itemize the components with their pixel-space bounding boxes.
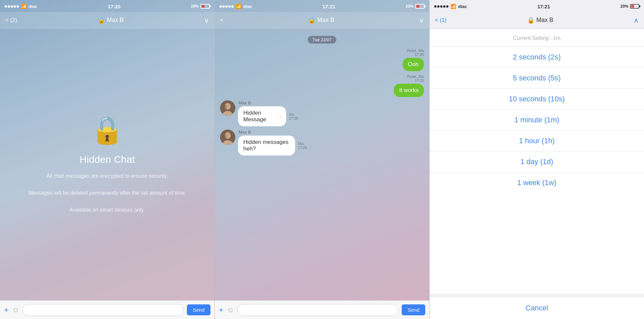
send-button-2[interactable]: Send <box>402 304 425 315</box>
battery-icon-2 <box>415 4 425 9</box>
wifi-icon-3: 📶 <box>450 4 456 9</box>
status-right-2: 20% <box>406 4 425 9</box>
time-label-3: 17:21 <box>537 4 550 9</box>
option-item-last[interactable]: 1 week (1w) <box>430 172 644 193</box>
lock-icon-nav-2: 🔒 <box>308 17 315 24</box>
nav-action-2[interactable]: ∨ <box>419 16 424 24</box>
message-row: Max B Hidden messages heh? 55s17:20 <box>220 130 424 156</box>
wifi-icon-1: 📶 <box>21 4 27 9</box>
status-left-2: 📶 dtac <box>219 4 252 9</box>
hidden-chat-desc: All chat messages are encrypted to ensur… <box>29 172 186 214</box>
option-item[interactable]: 5 seconds (5s) <box>430 68 644 89</box>
hidden-chat-content: 🔒 Hidden Chat All chat messages are encr… <box>0 29 214 300</box>
status-bar-1: 📶 dtac 17:20 20% <box>0 0 214 12</box>
message-bubble: Hidden messages heh? <box>238 136 295 156</box>
signal-icon-2 <box>219 5 234 8</box>
msg-meta: 55s17:20 <box>298 142 307 150</box>
battery-icon-1 <box>201 4 210 9</box>
cancel-section: Cancel <box>430 297 644 319</box>
panel-3: 📶 dtac 17:21 20% < (1) 🔒 Max B ∧ Current… <box>430 0 644 319</box>
nav-bar-3: < (1) 🔒 Max B ∧ <box>430 12 644 29</box>
battery-icon-3 <box>630 4 639 9</box>
incoming-content: Max B Hidden Message › 1m17:20 <box>238 100 307 126</box>
panel-2: 📶 dtac 17:21 20% < 🔒 Max B ∨ Tue 22/07 R… <box>215 0 429 319</box>
cancel-button[interactable]: Cancel <box>430 297 644 319</box>
nav-back-3[interactable]: < (1) <box>435 17 446 24</box>
send-button-1[interactable]: Send <box>187 304 210 315</box>
svg-point-3 <box>224 105 227 109</box>
option-item[interactable]: 1 day (1d) <box>430 152 644 172</box>
message-row: Read, 19s17:20 Ooh <box>220 49 424 71</box>
signal-icon-1 <box>5 5 19 8</box>
message-row: Read, 20s17:20 It works <box>220 74 424 97</box>
message-input-1[interactable] <box>23 304 183 316</box>
incoming-content: Max B Hidden messages heh? 55s17:20 <box>238 130 320 156</box>
lock-icon-nav-3: 🔒 <box>527 17 534 24</box>
back-label-1: < (2) <box>5 17 17 24</box>
bottom-bar-1: + ☺ Send <box>0 300 214 319</box>
carrier-label-3: dtac <box>458 4 467 9</box>
sender-name: Max B <box>238 100 307 105</box>
status-left-3: 📶 dtac <box>434 4 467 9</box>
signal-icon-3 <box>434 5 448 8</box>
hidden-chat-title: Hidden Chat <box>80 154 135 165</box>
message-input-2[interactable] <box>237 304 398 316</box>
nav-title-1: 🔒 Max B <box>98 17 124 24</box>
status-right-1: 20% <box>191 4 210 9</box>
plus-button-2[interactable]: + <box>219 305 223 315</box>
chevron-right-icon: › <box>280 114 281 119</box>
emoji-button-2[interactable]: ☺ <box>227 306 234 314</box>
option-item[interactable]: 1 hour (1h) <box>430 131 644 152</box>
message-bubble[interactable]: Hidden Message › <box>238 106 286 126</box>
battery-pct-2: 20% <box>406 4 414 9</box>
carrier-label-2: dtac <box>243 4 252 9</box>
settings-panel: Current Setting : 1m 2 seconds (2s) 5 se… <box>430 29 644 319</box>
time-label-1: 17:20 <box>108 4 121 9</box>
status-bar-3: 📶 dtac 17:21 20% <box>430 0 644 12</box>
chat-area: Tue 22/07 Read, 19s17:20 Ooh Read, 20s17… <box>215 29 429 300</box>
options-list: 2 seconds (2s) 5 seconds (5s) 10 seconds… <box>430 47 644 294</box>
current-setting-label: Current Setting : 1m <box>430 29 644 47</box>
carrier-label-1: dtac <box>29 4 38 9</box>
msg-meta: 1m17:20 <box>289 112 298 120</box>
back-label-2: < <box>220 17 223 24</box>
bottom-bar-2: + ☺ Send <box>215 300 429 319</box>
status-left-1: 📶 dtac <box>5 4 38 9</box>
back-label-3: < (1) <box>435 17 446 24</box>
status-right-3: 20% <box>620 4 639 9</box>
date-divider: Tue 22/07 <box>220 37 424 43</box>
msg-meta: Read, 20s17:20 <box>407 74 424 82</box>
nav-back-2[interactable]: < <box>220 17 223 24</box>
nav-bar-1: < (2) 🔒 Max B ∨ <box>0 12 214 29</box>
message-bubble: It works <box>394 84 424 97</box>
message-bubble: Ooh <box>403 58 424 71</box>
plus-button-1[interactable]: + <box>4 305 9 315</box>
wifi-icon-2: 📶 <box>236 4 241 9</box>
option-item[interactable]: 2 seconds (2s) <box>430 47 644 68</box>
nav-bar-2: < 🔒 Max B ∨ <box>215 12 429 29</box>
time-label-2: 17:21 <box>323 4 335 9</box>
status-bar-2: 📶 dtac 17:21 20% <box>215 0 429 12</box>
nav-title-2: 🔒 Max B <box>308 17 334 24</box>
panel-1: 📶 dtac 17:20 20% < (2) 🔒 Max B ∨ 🔒 Hidde… <box>0 0 214 319</box>
nav-back-1[interactable]: < (2) <box>5 17 17 24</box>
svg-point-7 <box>224 134 227 139</box>
lock-icon-nav-1: 🔒 <box>98 17 105 24</box>
message-row: Max B Hidden Message › 1m17:20 <box>220 100 424 126</box>
option-item[interactable]: 10 seconds (10s) <box>430 89 644 110</box>
battery-pct-1: 20% <box>191 4 199 9</box>
nav-action-1[interactable]: ∨ <box>204 16 209 24</box>
avatar <box>220 130 235 145</box>
nav-action-3[interactable]: ∧ <box>634 16 639 24</box>
nav-title-3: 🔒 Max B <box>527 17 553 24</box>
battery-pct-3: 20% <box>620 4 628 9</box>
avatar <box>220 100 235 116</box>
lock-icon-large: 🔒 <box>91 115 124 146</box>
option-item[interactable]: 1 minute (1m) <box>430 110 644 131</box>
msg-meta: Read, 19s17:20 <box>407 49 424 56</box>
sender-name: Max B <box>238 130 320 135</box>
emoji-button-1[interactable]: ☺ <box>12 306 19 314</box>
